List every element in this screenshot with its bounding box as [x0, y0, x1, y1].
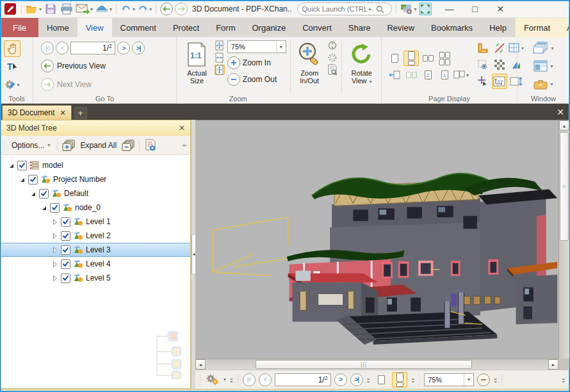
print-button[interactable] — [60, 2, 74, 16]
chevron-collapse-icon[interactable]: ⌄⌄ — [561, 377, 566, 382]
xy-coordinates-button[interactable]: XY — [492, 74, 507, 89]
previous-page-button[interactable]: < — [259, 373, 272, 386]
cascade-windows-button[interactable]: ▾ — [533, 40, 553, 56]
fit-width-button[interactable] — [215, 53, 225, 63]
horizontal-scroll-thumb[interactable]: ||| — [256, 360, 472, 369]
visibility-checkbox[interactable] — [17, 161, 27, 170]
tree-item-default[interactable]: Default — [1, 186, 190, 200]
tree-item-node-0[interactable]: node_0 — [1, 200, 190, 215]
zoom-in-out-button[interactable]: Zoom In/Out — [295, 40, 325, 93]
history-back-button[interactable] — [160, 3, 173, 15]
tree-settings-icon[interactable] — [144, 139, 157, 152]
chevron-collapse-icon[interactable]: ⌄⌄ — [229, 377, 234, 382]
document-tab-active[interactable]: 3D Document ✕ — [2, 105, 72, 120]
tab-close-icon[interactable]: ✕ — [60, 109, 65, 117]
collapse-all-icon[interactable] — [122, 139, 134, 152]
scanner-button[interactable]: ▾ — [95, 2, 112, 16]
first-page-button[interactable]: |< — [243, 373, 256, 386]
expander-collapsed-icon[interactable] — [51, 261, 58, 268]
expander-expanded-icon[interactable] — [40, 204, 47, 211]
page-order-2-button[interactable]: 2 — [420, 67, 436, 83]
preferences-button[interactable]: ▾ — [205, 373, 226, 386]
tab-view[interactable]: View — [77, 18, 112, 37]
next-page-button[interactable]: > — [117, 42, 130, 54]
tree-item-level-3[interactable]: Level 3 — [1, 243, 190, 257]
single-page-button[interactable] — [387, 51, 402, 66]
tab-file[interactable]: File — [1, 18, 38, 37]
open-file-button[interactable]: ▾ — [26, 2, 42, 16]
tab-help[interactable]: Help — [481, 18, 515, 37]
close-button[interactable]: ✕ — [492, 2, 509, 16]
zoom-in-button[interactable]: Zoom In — [227, 56, 271, 70]
single-page-button[interactable] — [373, 372, 389, 388]
rulers-button[interactable] — [475, 40, 491, 56]
tab-share[interactable]: Share — [340, 18, 379, 37]
right-to-left-button[interactable] — [387, 67, 402, 83]
options-button[interactable]: Options...▾ — [9, 140, 53, 151]
select-text-tool-button[interactable]: T — [4, 58, 20, 75]
panel-collapse-icon[interactable]: ⇤ — [183, 142, 188, 149]
last-page-button[interactable]: >| — [350, 373, 363, 386]
expander-collapsed-icon[interactable] — [51, 247, 58, 254]
expander-expanded-icon[interactable] — [29, 190, 37, 197]
expander-collapsed-icon[interactable] — [51, 218, 58, 225]
3d-model-canvas[interactable] — [195, 120, 558, 359]
chevron-collapse-icon[interactable]: ⌄⌄ — [493, 377, 498, 382]
zoom-out-button[interactable]: Zoom Out — [227, 72, 277, 86]
scroll-left-icon[interactable]: ◄ — [195, 359, 206, 370]
vertical-scroll-thumb[interactable]: ≡ — [560, 132, 569, 241]
dynamic-zoom-button[interactable] — [327, 40, 338, 51]
transparency-grid-button[interactable] — [492, 57, 507, 72]
zoom-out-button[interactable] — [477, 373, 490, 386]
new-tab-button[interactable]: + — [74, 107, 87, 118]
quick-launch-box[interactable] — [297, 3, 392, 15]
panel-close-icon[interactable]: ✕ — [179, 124, 185, 133]
tab-home[interactable]: Home — [38, 18, 77, 37]
panel-splitter[interactable]: ◂ — [191, 120, 195, 389]
page-number-field[interactable]: 1/2 — [70, 42, 115, 54]
visibility-checkbox[interactable] — [28, 175, 38, 184]
minimize-button[interactable]: — — [441, 2, 457, 16]
rotate-view-button[interactable]: Rotate View ▾ — [346, 40, 378, 93]
tab-format[interactable]: Format — [516, 18, 558, 37]
page-number-field[interactable]: 1/2 — [275, 373, 331, 386]
first-page-button[interactable]: |< — [41, 42, 54, 54]
chevron-collapse-icon[interactable]: ⌄⌄ — [411, 377, 415, 382]
visibility-checkbox[interactable] — [61, 217, 70, 227]
scroll-right-icon[interactable]: ► — [548, 359, 558, 370]
chevron-collapse-icon[interactable]: ⌄⌄ — [366, 377, 371, 382]
undo-button[interactable]: ▾ — [120, 2, 135, 16]
expander-expanded-icon[interactable] — [19, 176, 26, 183]
tree-item-level-5[interactable]: Level 5 — [1, 271, 190, 285]
marquee-zoom-button[interactable] — [327, 53, 338, 63]
toolbox-button[interactable]: ▾ — [533, 76, 553, 92]
tab-form[interactable]: Form — [208, 18, 243, 37]
tree-item-model[interactable]: model — [1, 158, 190, 172]
tile-windows-button[interactable]: ▾ — [533, 58, 553, 74]
email-button[interactable]: ▾ — [76, 2, 93, 16]
document-view[interactable]: ▲ ≡ ◄ ||| ► — [195, 120, 569, 370]
expander-collapsed-icon[interactable] — [51, 275, 58, 282]
two-pages-continuous-button[interactable] — [437, 51, 452, 66]
history-forward-button[interactable] — [175, 3, 188, 15]
cover-mode-button[interactable] — [403, 67, 419, 83]
previous-page-button[interactable]: < — [56, 42, 69, 54]
horizontal-scrollbar[interactable]: ◄ ||| ► — [195, 359, 558, 370]
tab-protect[interactable]: Protect — [165, 18, 208, 37]
zoom-level-combobox[interactable]: 75%▾ — [227, 40, 286, 53]
expander-expanded-icon[interactable] — [8, 162, 15, 169]
expander-collapsed-icon[interactable] — [51, 233, 58, 240]
fullscreen-button[interactable] — [418, 2, 432, 16]
actual-size-button[interactable]: 1:1 Actual Size — [182, 40, 212, 93]
guides-button[interactable] — [492, 40, 507, 56]
tree-item-level-2[interactable]: Level 2 — [1, 229, 190, 243]
visibility-checkbox[interactable] — [39, 189, 49, 199]
save-button[interactable] — [44, 2, 58, 16]
tab-arrange[interactable]: Arrange — [558, 18, 570, 37]
visibility-checkbox[interactable] — [61, 259, 70, 269]
visibility-checkbox[interactable] — [61, 274, 70, 283]
tab-convert[interactable]: Convert — [294, 18, 340, 37]
ui-options-button[interactable]: ▾ — [400, 2, 416, 16]
other-tools-button[interactable]: ▾ — [4, 76, 20, 93]
tree-item-level-1[interactable]: Level 1 — [1, 215, 190, 229]
